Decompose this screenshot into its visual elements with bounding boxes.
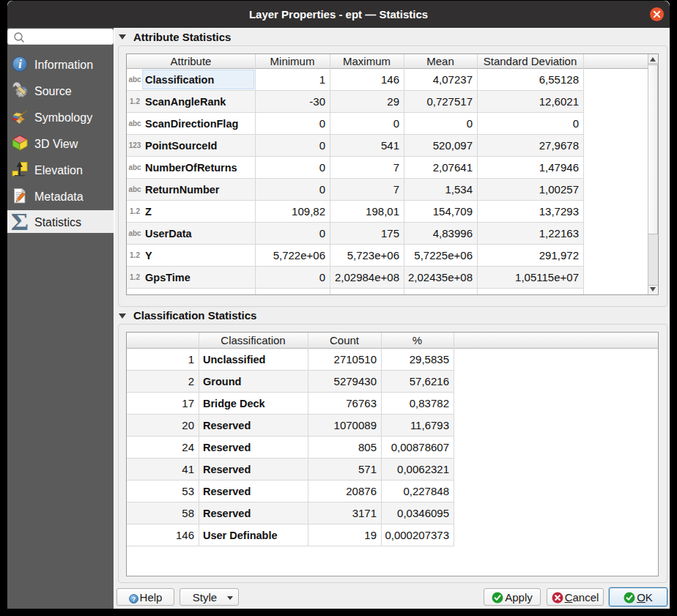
svg-text:i: i	[18, 58, 22, 70]
svg-text:Σ: Σ	[12, 214, 28, 230]
svg-text:?: ?	[131, 595, 136, 603]
